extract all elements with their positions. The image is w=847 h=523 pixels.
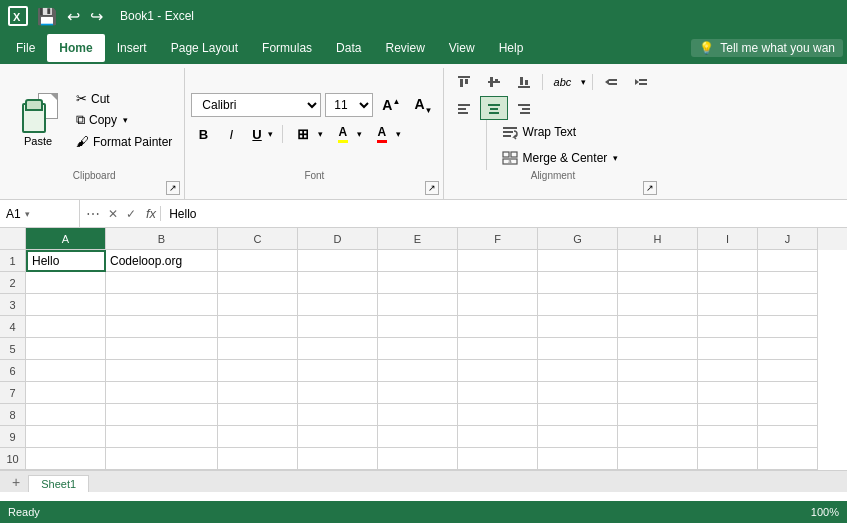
cell-g7[interactable] <box>538 382 618 404</box>
cell-g9[interactable] <box>538 426 618 448</box>
cell-j10[interactable] <box>758 448 818 470</box>
cell-h7[interactable] <box>618 382 698 404</box>
cell-c1[interactable] <box>218 250 298 272</box>
cell-j9[interactable] <box>758 426 818 448</box>
sheet-tab-1[interactable]: Sheet1 <box>28 475 89 492</box>
cell-h3[interactable] <box>618 294 698 316</box>
cell-j5[interactable] <box>758 338 818 360</box>
undo-button[interactable]: ↩ <box>64 5 83 28</box>
cell-e2[interactable] <box>378 272 458 294</box>
cell-h6[interactable] <box>618 360 698 382</box>
middle-align-button[interactable] <box>480 70 508 94</box>
font-expand-button[interactable]: ↗ <box>425 181 439 195</box>
menu-formulas[interactable]: Formulas <box>250 34 324 62</box>
cell-g3[interactable] <box>538 294 618 316</box>
underline-dropdown[interactable]: ▾ <box>266 127 275 141</box>
col-header-h[interactable]: H <box>618 228 698 250</box>
cell-e8[interactable] <box>378 404 458 426</box>
clipboard-expand-button[interactable]: ↗ <box>166 181 180 195</box>
select-all-button[interactable] <box>0 228 26 250</box>
cell-j7[interactable] <box>758 382 818 404</box>
col-header-j[interactable]: J <box>758 228 818 250</box>
cell-g10[interactable] <box>538 448 618 470</box>
indent-decrease-button[interactable] <box>597 70 625 94</box>
cell-b3[interactable] <box>106 294 218 316</box>
merge-dropdown-arrow[interactable]: ▾ <box>613 153 618 163</box>
cell-c7[interactable] <box>218 382 298 404</box>
cell-b5[interactable] <box>106 338 218 360</box>
orientation-button[interactable]: abc <box>547 70 577 94</box>
cell-f9[interactable] <box>458 426 538 448</box>
cell-g5[interactable] <box>538 338 618 360</box>
cell-j1[interactable] <box>758 250 818 272</box>
cell-g6[interactable] <box>538 360 618 382</box>
cell-e1[interactable] <box>378 250 458 272</box>
cell-a2[interactable] <box>26 272 106 294</box>
cell-b1[interactable]: Codeloop.org <box>106 250 218 272</box>
alignment-expand-button[interactable]: ↗ <box>643 181 657 195</box>
cell-i8[interactable] <box>698 404 758 426</box>
underline-button[interactable]: U <box>248 125 265 144</box>
cell-c6[interactable] <box>218 360 298 382</box>
menu-page-layout[interactable]: Page Layout <box>159 34 250 62</box>
col-header-f[interactable]: F <box>458 228 538 250</box>
cell-j2[interactable] <box>758 272 818 294</box>
cell-i2[interactable] <box>698 272 758 294</box>
paste-button[interactable]: Paste <box>10 70 66 170</box>
cell-j6[interactable] <box>758 360 818 382</box>
cell-c9[interactable] <box>218 426 298 448</box>
col-header-g[interactable]: G <box>538 228 618 250</box>
fill-color-button[interactable]: A <box>331 122 355 146</box>
search-box[interactable]: 💡 Tell me what you wan <box>691 39 843 57</box>
align-center-button[interactable] <box>480 96 508 120</box>
cell-c4[interactable] <box>218 316 298 338</box>
cell-c5[interactable] <box>218 338 298 360</box>
cell-g2[interactable] <box>538 272 618 294</box>
cell-h8[interactable] <box>618 404 698 426</box>
cell-g1[interactable] <box>538 250 618 272</box>
cell-c3[interactable] <box>218 294 298 316</box>
cell-i1[interactable] <box>698 250 758 272</box>
copy-button[interactable]: ⧉ Copy ▾ <box>70 109 178 131</box>
cell-h4[interactable] <box>618 316 698 338</box>
cell-b10[interactable] <box>106 448 218 470</box>
cell-i4[interactable] <box>698 316 758 338</box>
cell-b4[interactable] <box>106 316 218 338</box>
font-name-select[interactable]: Calibri <box>191 93 321 117</box>
increase-font-button[interactable]: A▲ <box>377 94 405 116</box>
cell-b7[interactable] <box>106 382 218 404</box>
cell-e6[interactable] <box>378 360 458 382</box>
font-size-select[interactable]: 11 <box>325 93 373 117</box>
cell-b9[interactable] <box>106 426 218 448</box>
cell-f7[interactable] <box>458 382 538 404</box>
cell-f2[interactable] <box>458 272 538 294</box>
save-button[interactable]: 💾 <box>34 5 60 28</box>
col-header-a[interactable]: A <box>26 228 106 250</box>
border-button[interactable]: ⊞ <box>290 122 316 146</box>
merge-center-button[interactable]: a Merge & Center ▾ <box>495 146 625 170</box>
col-header-b[interactable]: B <box>106 228 218 250</box>
cell-b6[interactable] <box>106 360 218 382</box>
cell-d1[interactable] <box>298 250 378 272</box>
cell-b2[interactable] <box>106 272 218 294</box>
cell-e10[interactable] <box>378 448 458 470</box>
cell-j8[interactable] <box>758 404 818 426</box>
cell-h10[interactable] <box>618 448 698 470</box>
cell-i7[interactable] <box>698 382 758 404</box>
cell-e3[interactable] <box>378 294 458 316</box>
cell-a10[interactable] <box>26 448 106 470</box>
formula-confirm-button[interactable]: ✓ <box>124 205 138 223</box>
col-header-e[interactable]: E <box>378 228 458 250</box>
cell-d5[interactable] <box>298 338 378 360</box>
cell-h1[interactable] <box>618 250 698 272</box>
cell-g8[interactable] <box>538 404 618 426</box>
italic-button[interactable]: I <box>219 122 243 146</box>
font-color-dropdown[interactable]: ▾ <box>394 127 403 141</box>
col-header-d[interactable]: D <box>298 228 378 250</box>
cell-a8[interactable] <box>26 404 106 426</box>
col-header-c[interactable]: C <box>218 228 298 250</box>
fill-color-dropdown[interactable]: ▾ <box>355 127 364 141</box>
cell-f3[interactable] <box>458 294 538 316</box>
cell-a6[interactable] <box>26 360 106 382</box>
cell-h5[interactable] <box>618 338 698 360</box>
